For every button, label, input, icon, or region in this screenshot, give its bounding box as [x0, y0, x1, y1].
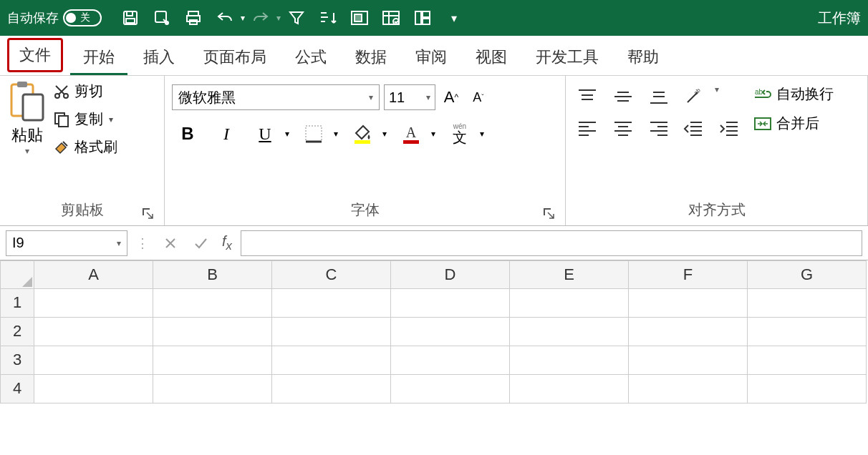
- row-header[interactable]: 1: [0, 289, 34, 318]
- fx-icon[interactable]: fx: [218, 233, 236, 253]
- cell[interactable]: [153, 375, 272, 403]
- bold-button[interactable]: B: [172, 120, 203, 147]
- cell[interactable]: [629, 318, 748, 346]
- tab-insert[interactable]: 插入: [130, 39, 188, 75]
- column-header[interactable]: G: [748, 260, 867, 289]
- tab-view[interactable]: 视图: [463, 39, 520, 75]
- sort-icon[interactable]: [314, 4, 342, 32]
- enter-formula-icon[interactable]: [188, 230, 213, 256]
- cell[interactable]: [34, 346, 153, 375]
- chevron-down-icon[interactable]: ▾: [382, 129, 387, 139]
- cell[interactable]: [629, 289, 748, 318]
- column-header[interactable]: F: [629, 260, 748, 289]
- cut-button[interactable]: 剪切: [52, 80, 119, 102]
- cell[interactable]: [34, 375, 153, 403]
- align-top-icon[interactable]: [573, 84, 602, 109]
- column-header[interactable]: A: [34, 260, 153, 289]
- align-right-icon[interactable]: [645, 116, 673, 140]
- cell[interactable]: [748, 346, 867, 375]
- format-painter-button[interactable]: 格式刷: [52, 136, 119, 158]
- cell[interactable]: [153, 346, 272, 375]
- cell[interactable]: [629, 375, 748, 403]
- cell[interactable]: [510, 318, 629, 346]
- tab-page-layout[interactable]: 页面布局: [191, 39, 279, 75]
- row-header[interactable]: 2: [0, 318, 34, 346]
- chevron-down-icon[interactable]: ▾: [334, 129, 338, 139]
- cell[interactable]: [272, 346, 391, 375]
- increase-indent-icon[interactable]: [715, 116, 743, 140]
- table-icon[interactable]: [377, 4, 405, 32]
- tab-data[interactable]: 数据: [342, 39, 400, 75]
- border-button[interactable]: ▾: [298, 120, 329, 147]
- font-name-select[interactable]: 微软雅黑 ▾: [172, 84, 380, 110]
- align-bottom-icon[interactable]: [645, 84, 673, 109]
- italic-button[interactable]: I: [211, 120, 242, 147]
- undo-icon[interactable]: [211, 4, 239, 32]
- fill-color-button[interactable]: ▾: [347, 120, 378, 147]
- undo-dropdown-icon[interactable]: ▾: [241, 13, 245, 23]
- align-center-icon[interactable]: [609, 116, 637, 140]
- cell[interactable]: [391, 375, 510, 403]
- cancel-formula-icon[interactable]: [158, 230, 183, 256]
- redo-icon[interactable]: [246, 4, 275, 32]
- cell[interactable]: [391, 289, 510, 318]
- cell[interactable]: [272, 289, 391, 318]
- align-left-icon[interactable]: [573, 116, 602, 140]
- cell[interactable]: [272, 318, 391, 346]
- chevron-down-icon[interactable]: ▾: [285, 129, 289, 140]
- tab-developer[interactable]: 开发工具: [523, 39, 612, 75]
- row-header[interactable]: 3: [0, 346, 34, 375]
- name-box[interactable]: I9 ▾: [6, 230, 127, 256]
- filter-icon[interactable]: [282, 4, 311, 32]
- chevron-down-icon[interactable]: ▾: [480, 129, 484, 138]
- save-icon[interactable]: [116, 4, 145, 32]
- cell[interactable]: [748, 289, 867, 318]
- cell[interactable]: [748, 318, 867, 346]
- increase-font-icon[interactable]: A^: [440, 86, 463, 109]
- chevron-down-icon[interactable]: ▾: [715, 84, 719, 109]
- orientation-icon[interactable]: ab: [679, 84, 708, 109]
- save-as-icon[interactable]: [148, 4, 176, 32]
- align-middle-icon[interactable]: [609, 84, 637, 109]
- tab-review[interactable]: 审阅: [402, 39, 460, 75]
- cell[interactable]: [391, 318, 510, 346]
- autosave-toggle[interactable]: 关: [63, 9, 102, 26]
- column-header[interactable]: E: [510, 260, 629, 289]
- cell[interactable]: [391, 346, 510, 375]
- font-size-select[interactable]: 11 ▾: [384, 84, 435, 110]
- chevron-down-icon[interactable]: ▾: [431, 129, 435, 139]
- layout-icon[interactable]: [408, 4, 437, 32]
- tab-help[interactable]: 帮助: [614, 39, 672, 75]
- tab-home[interactable]: 开始: [70, 39, 127, 75]
- merge-center-button[interactable]: 合并后: [753, 114, 834, 133]
- formula-input[interactable]: [241, 230, 862, 256]
- paste-icon[interactable]: [7, 80, 47, 123]
- underline-button[interactable]: U▾: [249, 120, 281, 147]
- decrease-indent-icon[interactable]: [679, 116, 708, 140]
- redo-dropdown-icon[interactable]: ▾: [276, 13, 281, 23]
- phonetic-button[interactable]: wén 文 ▾: [444, 120, 476, 147]
- tab-file[interactable]: 文件: [7, 38, 63, 72]
- tab-formula[interactable]: 公式: [282, 39, 339, 75]
- cell[interactable]: [153, 289, 272, 318]
- cell[interactable]: [510, 375, 629, 403]
- cell[interactable]: [153, 318, 272, 346]
- font-color-button[interactable]: A ▾: [395, 120, 427, 147]
- cell[interactable]: [34, 318, 153, 346]
- column-header[interactable]: C: [272, 260, 391, 289]
- row-header[interactable]: 4: [0, 375, 34, 403]
- paste-dropdown-icon[interactable]: ▾: [25, 146, 29, 156]
- cell[interactable]: [748, 375, 867, 403]
- cell[interactable]: [510, 346, 629, 375]
- cell[interactable]: [34, 289, 153, 318]
- select-all-corner[interactable]: [0, 260, 34, 289]
- cell[interactable]: [272, 375, 391, 403]
- paste-label[interactable]: 粘贴: [11, 124, 43, 146]
- copy-dropdown-icon[interactable]: ▾: [109, 114, 113, 124]
- column-header[interactable]: B: [153, 260, 272, 289]
- wrap-text-button[interactable]: ab 自动换行: [753, 84, 834, 104]
- qat-more-icon[interactable]: ▾: [440, 4, 468, 32]
- clipboard-dialog-launcher-icon[interactable]: [141, 207, 154, 220]
- font-dialog-launcher-icon[interactable]: [542, 207, 555, 220]
- copy-button[interactable]: 复制 ▾: [52, 108, 119, 130]
